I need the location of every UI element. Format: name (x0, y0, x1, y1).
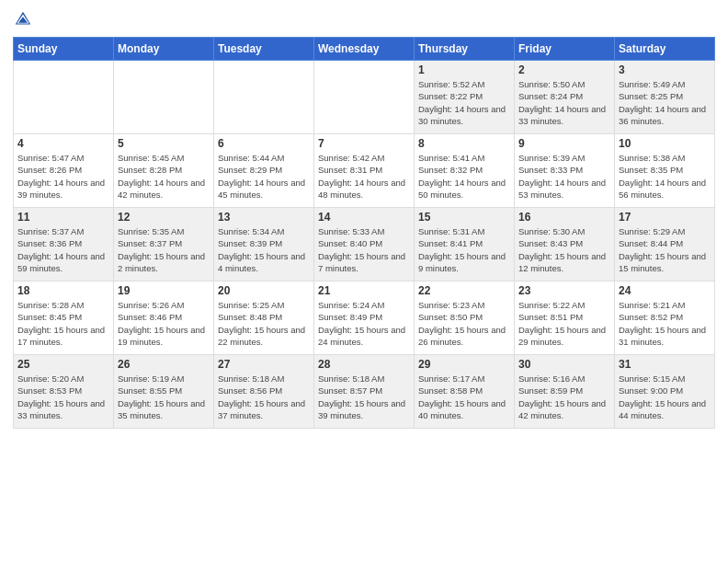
day-info: Sunrise: 5:52 AM Sunset: 8:22 PM Dayligh… (418, 78, 510, 127)
day-info: Sunrise: 5:33 AM Sunset: 8:40 PM Dayligh… (318, 225, 410, 274)
calendar-cell (214, 61, 314, 134)
page: SundayMondayTuesdayWednesdayThursdayFrid… (0, 0, 728, 563)
day-number: 9 (518, 137, 610, 150)
day-number: 2 (518, 63, 610, 76)
day-info: Sunrise: 5:42 AM Sunset: 8:31 PM Dayligh… (318, 152, 410, 201)
calendar-cell: 26Sunrise: 5:19 AM Sunset: 8:55 PM Dayli… (114, 355, 214, 429)
day-number: 24 (619, 284, 711, 297)
day-number: 4 (17, 137, 109, 150)
calendar-cell: 22Sunrise: 5:23 AM Sunset: 8:50 PM Dayli… (415, 282, 515, 355)
day-info: Sunrise: 5:47 AM Sunset: 8:26 PM Dayligh… (17, 152, 109, 201)
day-header-thursday: Thursday (415, 38, 515, 61)
day-info: Sunrise: 5:41 AM Sunset: 8:32 PM Dayligh… (418, 152, 510, 201)
day-number: 7 (318, 137, 410, 150)
day-info: Sunrise: 5:34 AM Sunset: 8:39 PM Dayligh… (218, 225, 310, 274)
day-number: 19 (118, 284, 210, 297)
day-number: 17 (619, 211, 711, 224)
day-number: 8 (418, 137, 510, 150)
calendar-cell: 24Sunrise: 5:21 AM Sunset: 8:52 PM Dayli… (615, 282, 715, 355)
day-number: 14 (318, 211, 410, 224)
calendar-cell: 15Sunrise: 5:31 AM Sunset: 8:41 PM Dayli… (415, 208, 515, 282)
day-info: Sunrise: 5:15 AM Sunset: 9:00 PM Dayligh… (619, 373, 711, 421)
day-number: 27 (218, 358, 310, 371)
calendar-cell: 16Sunrise: 5:30 AM Sunset: 8:43 PM Dayli… (515, 208, 615, 282)
day-header-wednesday: Wednesday (314, 38, 415, 61)
day-number: 22 (418, 284, 510, 297)
day-number: 21 (318, 284, 410, 297)
calendar-cell: 23Sunrise: 5:22 AM Sunset: 8:51 PM Dayli… (515, 282, 615, 355)
day-number: 26 (118, 358, 210, 371)
day-header-saturday: Saturday (615, 38, 715, 61)
day-header-tuesday: Tuesday (214, 38, 314, 61)
calendar-cell: 29Sunrise: 5:17 AM Sunset: 8:58 PM Dayli… (415, 355, 515, 429)
day-number: 23 (518, 284, 610, 297)
calendar-cell: 17Sunrise: 5:29 AM Sunset: 8:44 PM Dayli… (615, 208, 715, 282)
day-info: Sunrise: 5:24 AM Sunset: 8:49 PM Dayligh… (318, 299, 410, 348)
day-number: 29 (418, 358, 510, 371)
day-info: Sunrise: 5:18 AM Sunset: 8:56 PM Dayligh… (218, 373, 310, 421)
day-info: Sunrise: 5:29 AM Sunset: 8:44 PM Dayligh… (619, 225, 711, 274)
day-header-friday: Friday (515, 38, 615, 61)
day-info: Sunrise: 5:30 AM Sunset: 8:43 PM Dayligh… (518, 225, 610, 274)
calendar-cell: 12Sunrise: 5:35 AM Sunset: 8:37 PM Dayli… (114, 208, 214, 282)
calendar-cell: 6Sunrise: 5:44 AM Sunset: 8:29 PM Daylig… (214, 134, 314, 208)
calendar: SundayMondayTuesdayWednesdayThursdayFrid… (13, 37, 715, 429)
day-number: 12 (118, 211, 210, 224)
day-info: Sunrise: 5:25 AM Sunset: 8:48 PM Dayligh… (218, 299, 310, 348)
day-info: Sunrise: 5:22 AM Sunset: 8:51 PM Dayligh… (518, 299, 610, 348)
day-info: Sunrise: 5:21 AM Sunset: 8:52 PM Dayligh… (619, 299, 711, 348)
calendar-week-1: 1Sunrise: 5:52 AM Sunset: 8:22 PM Daylig… (14, 61, 715, 134)
day-number: 13 (218, 211, 310, 224)
calendar-cell: 1Sunrise: 5:52 AM Sunset: 8:22 PM Daylig… (415, 61, 515, 134)
calendar-cell (114, 61, 214, 134)
header (13, 9, 715, 29)
day-info: Sunrise: 5:50 AM Sunset: 8:24 PM Dayligh… (518, 78, 610, 127)
logo-icon (13, 9, 33, 29)
calendar-cell: 20Sunrise: 5:25 AM Sunset: 8:48 PM Dayli… (214, 282, 314, 355)
calendar-cell: 31Sunrise: 5:15 AM Sunset: 9:00 PM Dayli… (615, 355, 715, 429)
calendar-cell: 8Sunrise: 5:41 AM Sunset: 8:32 PM Daylig… (415, 134, 515, 208)
calendar-cell: 28Sunrise: 5:18 AM Sunset: 8:57 PM Dayli… (314, 355, 415, 429)
calendar-cell: 11Sunrise: 5:37 AM Sunset: 8:36 PM Dayli… (14, 208, 114, 282)
calendar-cell: 2Sunrise: 5:50 AM Sunset: 8:24 PM Daylig… (515, 61, 615, 134)
calendar-cell: 7Sunrise: 5:42 AM Sunset: 8:31 PM Daylig… (314, 134, 415, 208)
day-number: 5 (118, 137, 210, 150)
day-info: Sunrise: 5:20 AM Sunset: 8:53 PM Dayligh… (17, 373, 109, 421)
day-number: 10 (619, 137, 711, 150)
day-info: Sunrise: 5:38 AM Sunset: 8:35 PM Dayligh… (619, 152, 711, 201)
calendar-cell (14, 61, 114, 134)
day-number: 11 (17, 211, 109, 224)
day-number: 15 (418, 211, 510, 224)
day-info: Sunrise: 5:16 AM Sunset: 8:59 PM Dayligh… (518, 373, 610, 421)
calendar-cell: 14Sunrise: 5:33 AM Sunset: 8:40 PM Dayli… (314, 208, 415, 282)
day-header-sunday: Sunday (14, 38, 114, 61)
day-number: 25 (17, 358, 109, 371)
calendar-cell (314, 61, 415, 134)
day-number: 3 (619, 63, 711, 76)
calendar-cell: 21Sunrise: 5:24 AM Sunset: 8:49 PM Dayli… (314, 282, 415, 355)
calendar-header-row: SundayMondayTuesdayWednesdayThursdayFrid… (14, 38, 715, 61)
calendar-cell: 13Sunrise: 5:34 AM Sunset: 8:39 PM Dayli… (214, 208, 314, 282)
day-info: Sunrise: 5:23 AM Sunset: 8:50 PM Dayligh… (418, 299, 510, 348)
day-number: 6 (218, 137, 310, 150)
calendar-cell: 4Sunrise: 5:47 AM Sunset: 8:26 PM Daylig… (14, 134, 114, 208)
day-number: 18 (17, 284, 109, 297)
logo (13, 9, 37, 29)
day-info: Sunrise: 5:35 AM Sunset: 8:37 PM Dayligh… (118, 225, 210, 274)
day-info: Sunrise: 5:28 AM Sunset: 8:45 PM Dayligh… (17, 299, 109, 348)
calendar-cell: 5Sunrise: 5:45 AM Sunset: 8:28 PM Daylig… (114, 134, 214, 208)
day-number: 28 (318, 358, 410, 371)
day-number: 20 (218, 284, 310, 297)
day-info: Sunrise: 5:26 AM Sunset: 8:46 PM Dayligh… (118, 299, 210, 348)
day-info: Sunrise: 5:39 AM Sunset: 8:33 PM Dayligh… (518, 152, 610, 201)
day-info: Sunrise: 5:44 AM Sunset: 8:29 PM Dayligh… (218, 152, 310, 201)
day-info: Sunrise: 5:19 AM Sunset: 8:55 PM Dayligh… (118, 373, 210, 421)
day-info: Sunrise: 5:31 AM Sunset: 8:41 PM Dayligh… (418, 225, 510, 274)
day-info: Sunrise: 5:49 AM Sunset: 8:25 PM Dayligh… (619, 78, 711, 127)
calendar-week-2: 4Sunrise: 5:47 AM Sunset: 8:26 PM Daylig… (14, 134, 715, 208)
calendar-week-5: 25Sunrise: 5:20 AM Sunset: 8:53 PM Dayli… (14, 355, 715, 429)
calendar-cell: 19Sunrise: 5:26 AM Sunset: 8:46 PM Dayli… (114, 282, 214, 355)
calendar-week-4: 18Sunrise: 5:28 AM Sunset: 8:45 PM Dayli… (14, 282, 715, 355)
day-number: 31 (619, 358, 711, 371)
day-info: Sunrise: 5:37 AM Sunset: 8:36 PM Dayligh… (17, 225, 109, 274)
